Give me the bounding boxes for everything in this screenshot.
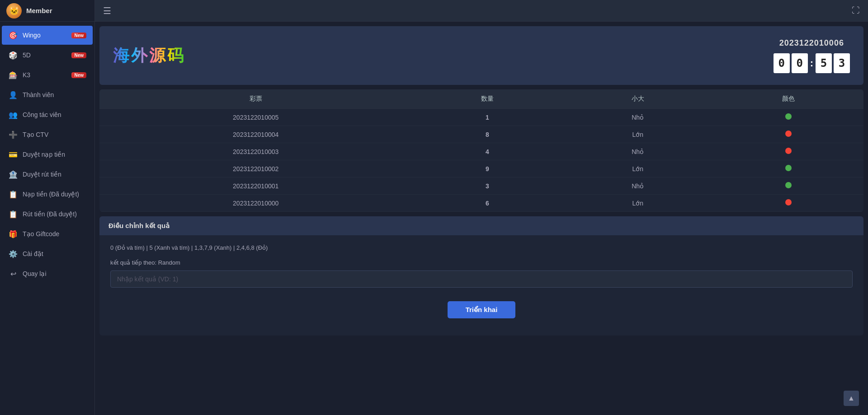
cell-size: Nhỏ: [562, 177, 713, 195]
countdown-digit-0: 0: [774, 53, 790, 73]
main-content: ☰ ⛶ 海外源码 2023122010006 00:53 彩票数量小大颜色 20…: [95, 0, 868, 415]
cong-tac-vien-icon: 👥: [8, 110, 18, 120]
countdown-separator: :: [810, 57, 813, 69]
hamburger-icon[interactable]: ☰: [103, 5, 111, 16]
sidebar-item-tao-ctv[interactable]: ➕Tạo CTV: [2, 125, 93, 144]
lottery-table: 彩票数量小大颜色 20231220100051Nhỏ20231220100048…: [99, 89, 863, 212]
table-col-3: 颜色: [713, 89, 863, 109]
result-next: kết quả tiếp theo: Random: [110, 259, 853, 266]
sidebar-item-cai-dat[interactable]: ⚙️Cài đặt: [2, 244, 93, 263]
cell-color: [713, 109, 863, 126]
cell-color: [713, 143, 863, 160]
5d-badge: New: [71, 52, 86, 58]
sidebar-item-k3[interactable]: 🎰K3New: [2, 65, 93, 84]
round-number: 2023122010006: [779, 38, 844, 48]
rut-tien-da-duyet-icon: 📋: [8, 209, 18, 219]
cell-size: Nhỏ: [562, 143, 713, 160]
nap-tien-da-duyet-icon: 📋: [8, 189, 18, 199]
table-row: 20231220100048Lớn: [99, 126, 863, 143]
sidebar-item-quay-lai[interactable]: ↩Quay lại: [2, 264, 93, 283]
sidebar-label-5d: 5D: [23, 51, 31, 59]
table-section: 彩票数量小大颜色 20231220100051Nhỏ20231220100048…: [99, 89, 863, 212]
sidebar-label-tao-giftcode: Tạo Giftcode: [23, 230, 59, 238]
sidebar-item-tao-giftcode[interactable]: 🎁Tạo Giftcode: [2, 224, 93, 243]
countdown-digit-1: 0: [792, 53, 808, 73]
sidebar-label-quay-lai: Quay lại: [23, 270, 47, 277]
color-dot: [785, 148, 792, 154]
banner-section: 海外源码 2023122010006 00:53: [99, 26, 863, 85]
result-body: 0 (Đỏ và tím) | 5 (Xanh và tím) | 1,3,7,…: [99, 235, 863, 336]
sidebar-item-cong-tac-vien[interactable]: 👥Công tác viên: [2, 105, 93, 124]
cell-ticket: 2023122010000: [99, 195, 412, 212]
sidebar-item-duyet-nap-tien[interactable]: 💳Duyệt nạp tiền: [2, 145, 93, 164]
topbar: ☰ ⛶: [95, 0, 868, 22]
color-dot: [785, 165, 792, 171]
table-row: 20231220100006Lớn: [99, 195, 863, 212]
cell-color: [713, 126, 863, 143]
table-row: 20231220100051Nhỏ: [99, 109, 863, 126]
sidebar: 🐱 Member 🎯WingoNew🎲5DNew🎰K3New👤Thành viê…: [0, 0, 95, 415]
cell-ticket: 2023122010003: [99, 143, 412, 160]
cell-ticket: 2023122010002: [99, 160, 412, 177]
sidebar-title: Member: [26, 7, 52, 14]
cell-size: Nhỏ: [562, 109, 713, 126]
banner-right: 2023122010006 00:53: [774, 38, 850, 73]
cai-dat-icon: ⚙️: [8, 249, 18, 259]
scroll-top-button[interactable]: ▲: [844, 391, 859, 406]
table-row: 20231220100034Nhỏ: [99, 143, 863, 160]
k3-badge: New: [71, 72, 86, 78]
tao-ctv-icon: ➕: [8, 130, 18, 140]
sidebar-label-wingo: Wingo: [23, 32, 41, 39]
table-row: 20231220100013Nhỏ: [99, 177, 863, 195]
sidebar-item-duyet-rut-tien[interactable]: 🏦Duyệt rút tiền: [2, 165, 93, 184]
result-input[interactable]: [110, 270, 853, 288]
countdown: 00:53: [774, 53, 850, 73]
table-header: 彩票数量小大颜色: [99, 89, 863, 109]
duyet-nap-tien-icon: 💳: [8, 149, 18, 159]
color-dot: [785, 182, 792, 188]
cell-ticket: 2023122010004: [99, 126, 412, 143]
deploy-button[interactable]: Triển khai: [448, 301, 516, 318]
countdown-digit-2: 5: [816, 53, 832, 73]
table-col-0: 彩票: [99, 89, 412, 109]
cell-number: 8: [412, 126, 562, 143]
sidebar-item-wingo[interactable]: 🎯WingoNew: [2, 26, 93, 45]
color-dot: [785, 199, 792, 205]
cell-ticket: 2023122010005: [99, 109, 412, 126]
tao-giftcode-icon: 🎁: [8, 229, 18, 239]
result-header: Điều chỉnh kết quả: [99, 216, 863, 235]
cell-number: 9: [412, 160, 562, 177]
banner-logo: 海外源码: [113, 45, 185, 67]
table-body: 20231220100051Nhỏ20231220100048Lớn202312…: [99, 109, 863, 212]
countdown-digit-3: 3: [834, 53, 850, 73]
maximize-button[interactable]: ⛶: [852, 6, 860, 15]
table-row: 20231220100029Lớn: [99, 160, 863, 177]
cell-size: Lớn: [562, 195, 713, 212]
cell-size: Lớn: [562, 160, 713, 177]
sidebar-item-nap-tien-da-duyet[interactable]: 📋Nạp tiền (Đã duyệt): [2, 185, 93, 204]
sidebar-item-rut-tien-da-duyet[interactable]: 📋Rút tiền (Đã duyệt): [2, 205, 93, 224]
wingo-badge: New: [71, 33, 86, 38]
thanh-vien-icon: 👤: [8, 90, 18, 100]
cell-color: [713, 160, 863, 177]
sidebar-header: 🐱 Member: [0, 0, 94, 22]
cell-color: [713, 177, 863, 195]
5d-icon: 🎲: [8, 50, 18, 60]
cell-number: 4: [412, 143, 562, 160]
duyet-rut-tien-icon: 🏦: [8, 169, 18, 179]
sidebar-item-thanh-vien[interactable]: 👤Thành viên: [2, 85, 93, 104]
k3-icon: 🎰: [8, 70, 18, 80]
sidebar-label-rut-tien-da-duyet: Rút tiền (Đã duyệt): [23, 210, 77, 218]
cell-color: [713, 195, 863, 212]
avatar: 🐱: [6, 3, 22, 19]
cell-size: Lớn: [562, 126, 713, 143]
sidebar-label-k3: K3: [23, 71, 30, 79]
sidebar-label-nap-tien-da-duyet: Nạp tiền (Đã duyệt): [23, 191, 79, 198]
quay-lai-icon: ↩: [8, 269, 18, 279]
table-col-1: 数量: [412, 89, 562, 109]
cell-number: 1: [412, 109, 562, 126]
sidebar-item-5d[interactable]: 🎲5DNew: [2, 46, 93, 65]
sidebar-label-tao-ctv: Tạo CTV: [23, 131, 48, 138]
cell-number: 6: [412, 195, 562, 212]
sidebar-label-duyet-nap-tien: Duyệt nạp tiền: [23, 151, 65, 158]
